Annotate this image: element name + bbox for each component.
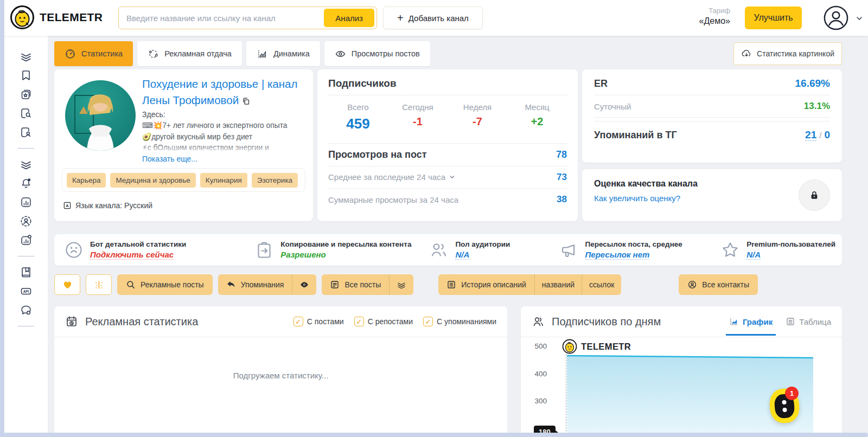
- post-note-icon: [330, 280, 340, 290]
- sidebar-analytics-icon[interactable]: [20, 234, 33, 247]
- sidebar-notifications-icon[interactable]: [20, 177, 33, 190]
- loading-status: Подгружаем статистику...: [54, 371, 507, 380]
- favorite-button[interactable]: [54, 274, 80, 295]
- sidebar-api-icon[interactable]: API: [20, 285, 33, 298]
- filter-with-reposts[interactable]: ✓ С репостами: [354, 317, 413, 326]
- sidebar-layers-alt-icon[interactable]: [20, 158, 33, 171]
- sidebar-support-icon[interactable]: [20, 304, 33, 317]
- checkbox-checked: ✓: [354, 317, 364, 326]
- tab-statistics[interactable]: Статистика: [54, 41, 133, 66]
- sidebar-bookmark-icon[interactable]: [20, 69, 33, 82]
- ad-posts-button[interactable]: Рекламные посты: [117, 274, 213, 295]
- show-more-link[interactable]: Показать еще...: [142, 155, 197, 163]
- channel-search-input[interactable]: [119, 14, 322, 23]
- channel-photo: [65, 80, 136, 151]
- chevron-down-icon[interactable]: [449, 173, 456, 182]
- channel-title[interactable]: Похудение и здоровье | канал Лены Трофим…: [142, 76, 308, 109]
- orbit-icon: [148, 48, 159, 60]
- top-bar: TELEMETR Анализ + Добавить канал Тариф «…: [0, 0, 868, 36]
- mosaic-button[interactable]: [86, 274, 112, 295]
- copy-icon[interactable]: [242, 93, 250, 110]
- tag-category[interactable]: Эзотерика: [252, 173, 298, 188]
- ad-stats-section: Рекламная статистика ✓ С постами ✓ С реп…: [54, 306, 507, 437]
- logo-text: TELEMETR: [40, 11, 103, 24]
- megaphone-icon: [559, 240, 579, 260]
- analyze-button[interactable]: Анализ: [324, 9, 374, 27]
- history-titles-button[interactable]: названий: [534, 274, 582, 295]
- quality-lock-button[interactable]: [799, 179, 830, 211]
- people-icon: [429, 240, 449, 260]
- vertical-scrollbar[interactable]: [0, 0, 4, 437]
- sidebar-statistics-icon[interactable]: [20, 196, 33, 209]
- mentions-row: Упоминаний в ТГ 21/0: [594, 121, 830, 146]
- sidebar-post-search-icon[interactable]: [20, 107, 33, 120]
- tag-category[interactable]: Карьера: [67, 173, 106, 188]
- action-buttons-row: Рекламные посты Упоминания Все посты И: [54, 274, 758, 295]
- checkbox-checked: ✓: [423, 317, 433, 326]
- sidebar-guide-icon[interactable]: [20, 266, 33, 279]
- tab-post-views[interactable]: Просмотры постов: [324, 41, 430, 66]
- er-card: ER 16.69% Суточный 13.1% Упоминаний в ТГ…: [582, 69, 842, 163]
- svg-text:API: API: [23, 290, 29, 293]
- views-per-post-row: Просмотров на пост 78: [328, 144, 567, 166]
- view-tab-chart[interactable]: График: [729, 317, 773, 326]
- mentions-button[interactable]: Упоминания: [218, 274, 292, 295]
- channel-language: А Язык канала: Русский: [63, 201, 152, 210]
- history-links-button[interactable]: ссылок: [582, 274, 621, 295]
- tab-label: Динамика: [273, 49, 310, 58]
- tag-category[interactable]: Медицина и здоровье: [110, 173, 195, 188]
- tab-label: Рекламная отдача: [164, 49, 232, 58]
- channel-language-label: Язык канала: Русский: [75, 201, 152, 210]
- copy-allowed-value: Разрешено: [280, 250, 326, 259]
- y-axis-line: [566, 340, 566, 437]
- user-avatar[interactable]: [824, 5, 848, 30]
- all-contacts-button[interactable]: Все контакты: [679, 274, 758, 295]
- connect-now-link[interactable]: Подключить сейчас: [90, 250, 174, 260]
- tariff-value: «Демо»: [673, 16, 730, 26]
- tab-ad-performance[interactable]: Рекламная отдача: [137, 41, 242, 66]
- sidebar-layers-icon[interactable]: [20, 50, 33, 63]
- quality-card: Оценка качества канала Как увеличить оце…: [582, 169, 842, 221]
- account-menu-chevron-icon[interactable]: [855, 14, 864, 25]
- er-row: ER 16.69%: [594, 70, 830, 95]
- subscribers-total: Всего 459: [328, 102, 388, 132]
- mentions-views-button[interactable]: [292, 274, 316, 295]
- desc-line: ⌨💥7+ лет личного и экспертного опыта: [142, 120, 311, 132]
- checkbox-checked: ✓: [293, 317, 303, 326]
- all-posts-button[interactable]: Все посты: [322, 274, 389, 295]
- sidebar-channel-search-icon[interactable]: [20, 126, 33, 139]
- premium-value[interactable]: N/A: [746, 250, 761, 260]
- horizontal-scrollbar[interactable]: [0, 433, 868, 437]
- upgrade-button[interactable]: Улучшить: [745, 7, 802, 29]
- mentions-count[interactable]: 21: [805, 129, 816, 141]
- gender-value[interactable]: N/A: [455, 250, 469, 260]
- watermark-logo-icon: [562, 339, 577, 354]
- star-icon: [720, 240, 740, 260]
- avg-views-row: Среднее за последние 24 часа 73: [328, 166, 567, 189]
- mentions-button-group: Упоминания: [218, 274, 317, 295]
- sidebar-audience-icon[interactable]: [20, 215, 33, 228]
- forwards-value[interactable]: Пересылок нет: [585, 250, 650, 260]
- section-tabs: Статистика Рекламная отдача Динамика Про…: [54, 41, 430, 66]
- stats-as-image-button[interactable]: Статистика картинкой: [733, 42, 842, 65]
- subscribers-week: Неделя -7: [448, 102, 507, 132]
- er-daily-row: Суточный 13.1%: [594, 95, 830, 118]
- filter-with-posts[interactable]: ✓ С постами: [293, 317, 344, 326]
- filter-with-mentions[interactable]: ✓ С упоминаниями: [423, 317, 496, 326]
- all-posts-stack-button[interactable]: [389, 274, 413, 295]
- chat-unread-badge[interactable]: 1: [785, 387, 799, 400]
- channel-desc-intro: Здесь:: [142, 110, 165, 119]
- sidebar-catalog-icon[interactable]: [20, 88, 33, 101]
- quality-link[interactable]: Как увеличить оценку?: [594, 194, 680, 203]
- watermark-text: TELEMETR: [581, 342, 631, 352]
- ad-stats-filters: ✓ С постами ✓ С репостами ✓ С упоминания…: [293, 317, 496, 326]
- telemetr-logo[interactable]: TELEMETR: [10, 5, 103, 30]
- stats-as-image-label: Статистика картинкой: [757, 49, 834, 58]
- add-channel-button[interactable]: + Добавить канал: [383, 7, 483, 29]
- tab-dynamics[interactable]: Динамика: [246, 41, 320, 66]
- y-axis-tick: 400: [528, 370, 547, 378]
- history-descriptions-button[interactable]: История описаний: [438, 274, 534, 295]
- history-button-group: История описаний названий ссылок: [438, 274, 621, 295]
- view-tab-table[interactable]: Таблица: [786, 317, 831, 326]
- tag-category[interactable]: Кулинария: [200, 173, 247, 188]
